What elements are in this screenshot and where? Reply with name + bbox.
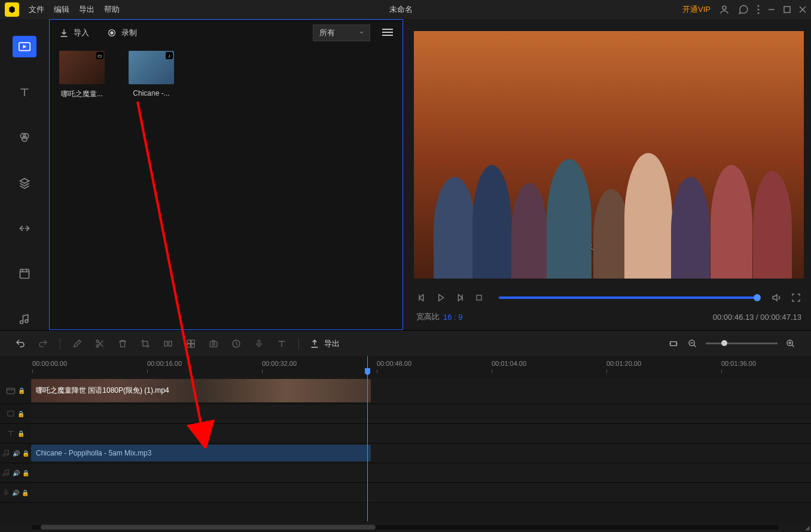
sidebar-audio[interactable] [13, 308, 36, 330]
cut-icon[interactable] [94, 338, 106, 350]
sidebar-text[interactable] [13, 81, 36, 103]
zoom-in-icon[interactable] [785, 338, 797, 350]
minimize-button[interactable] [768, 6, 775, 13]
svg-rect-62 [5, 490, 7, 493]
stop-button[interactable] [474, 292, 484, 303]
svg-point-0 [722, 6, 726, 10]
mosaic-icon[interactable] [185, 338, 197, 350]
overlay-track[interactable]: 🔒 [0, 404, 811, 424]
svg-rect-40 [191, 344, 194, 347]
media-item[interactable]: ▭ 哪吒之魔童... [59, 51, 105, 99]
menu-file[interactable]: 文件 [29, 4, 44, 15]
svg-line-54 [792, 345, 794, 347]
resize-grip[interactable]: ◢ [805, 524, 810, 531]
next-frame-button[interactable] [455, 292, 465, 303]
audio-badge-icon: ♪ [166, 52, 173, 59]
speed-icon[interactable] [230, 338, 242, 350]
maximize-button[interactable] [783, 6, 791, 13]
timeline-toolbar: 导出 [0, 330, 811, 356]
audio-track-2[interactable]: 🔊🔒 [0, 463, 811, 483]
sidebar-media[interactable] [13, 36, 36, 57]
redo-button[interactable] [37, 338, 49, 350]
lock-icon[interactable]: 🔒 [17, 411, 25, 417]
zoom-out-icon[interactable] [687, 338, 699, 350]
aspect-value[interactable]: 16 : 9 [443, 313, 463, 322]
lock-icon[interactable]: 🔒 [17, 430, 25, 437]
svg-rect-57 [8, 411, 14, 416]
svg-point-42 [212, 343, 215, 345]
vip-button[interactable]: 开通VIP [682, 4, 711, 15]
record-button[interactable]: 录制 [107, 27, 137, 38]
mic-track[interactable]: 🔊🔒 [0, 483, 811, 503]
svg-point-3 [758, 13, 760, 14]
volume-icon[interactable] [772, 292, 782, 303]
menu-export[interactable]: 导出 [79, 4, 94, 15]
timeline-hscroll[interactable] [0, 522, 811, 532]
app-logo [5, 2, 19, 17]
media-item[interactable]: ♪ Chicane -... [129, 51, 174, 97]
prev-frame-button[interactable] [416, 292, 427, 303]
text-tool-icon[interactable] [276, 338, 288, 350]
sidebar-overlay[interactable] [13, 172, 36, 194]
video-clip[interactable]: 哪吒之魔童降世 国语1080P(限免) (1).mp4 [31, 379, 371, 402]
lock-icon[interactable]: 🔒 [22, 490, 29, 496]
svg-point-12 [22, 136, 27, 141]
media-item-label: Chicane -... [129, 89, 174, 97]
svg-rect-45 [670, 341, 677, 346]
svg-rect-44 [258, 340, 260, 344]
svg-point-1 [758, 5, 760, 7]
preview-controls [414, 287, 804, 308]
media-panel: 导入 录制 所有 ▭ 哪吒之魔童... ♪ Chicane -... [49, 19, 403, 330]
preview-video[interactable]: 我们新作了一首曲子 [414, 31, 804, 279]
playhead[interactable] [367, 356, 368, 521]
sidebar [0, 19, 49, 330]
crop-icon[interactable] [139, 338, 151, 350]
text-track[interactable]: 🔒 [0, 424, 811, 444]
play-button[interactable] [435, 292, 446, 303]
view-list-toggle[interactable] [382, 28, 393, 38]
preview-panel: 我们新作了一首曲子 宽高比 16 : 9 00:00:46.13 / 00:00… [403, 19, 811, 330]
menu-help[interactable]: 帮助 [104, 4, 120, 15]
split-icon[interactable] [162, 338, 174, 350]
sidebar-element[interactable] [13, 263, 36, 285]
audio-clip[interactable]: Chicane - Poppiholla - 5am Mix.mp3 [31, 445, 371, 461]
progress-bar[interactable] [499, 296, 757, 299]
zoom-fit-icon[interactable] [667, 338, 679, 350]
snapshot-icon[interactable] [208, 338, 219, 350]
zoom-slider[interactable] [706, 343, 778, 344]
svg-rect-13 [20, 270, 29, 279]
lock-icon[interactable]: 🔒 [18, 387, 25, 394]
svg-rect-55 [7, 388, 14, 393]
video-badge-icon: ▭ [96, 52, 103, 59]
edit-icon[interactable] [71, 338, 83, 350]
svg-marker-26 [439, 295, 444, 301]
audio-track-1[interactable]: 🔊🔒 Chicane - Poppiholla - 5am Mix.mp3 [0, 444, 811, 463]
svg-rect-38 [191, 340, 194, 343]
media-filter-dropdown[interactable]: 所有 [313, 25, 370, 41]
voice-icon[interactable] [253, 338, 265, 350]
sidebar-transition[interactable] [13, 218, 36, 239]
time-display: 00:00:46.13 / 00:00:47.13 [713, 313, 801, 322]
more-icon[interactable] [757, 5, 760, 14]
undo-button[interactable] [14, 338, 26, 350]
media-item-label: 哪吒之魔童... [59, 89, 105, 99]
menu-edit[interactable]: 编辑 [54, 4, 69, 15]
sidebar-filter[interactable] [13, 127, 36, 148]
lock-icon[interactable]: 🔒 [22, 450, 29, 457]
svg-rect-35 [164, 341, 167, 346]
svg-rect-5 [784, 7, 790, 13]
timeline-ruler[interactable]: 00:00:00.00 00:00:16.00 00:00:32.00 00:0… [0, 356, 811, 378]
import-button[interactable]: 导入 [59, 27, 89, 38]
export-button[interactable]: 导出 [310, 338, 340, 349]
lock-icon[interactable]: 🔒 [22, 470, 29, 476]
svg-point-2 [758, 9, 760, 11]
svg-rect-41 [210, 341, 217, 347]
account-icon[interactable] [719, 4, 730, 15]
delete-icon[interactable] [117, 338, 129, 350]
chat-icon[interactable] [738, 4, 749, 15]
svg-point-61 [7, 473, 8, 476]
fullscreen-icon[interactable] [791, 292, 801, 303]
svg-point-17 [20, 321, 23, 324]
close-button[interactable] [799, 6, 806, 13]
video-track[interactable]: 🔒 哪吒之魔童降世 国语1080P(限免) (1).mp4 [0, 378, 811, 404]
